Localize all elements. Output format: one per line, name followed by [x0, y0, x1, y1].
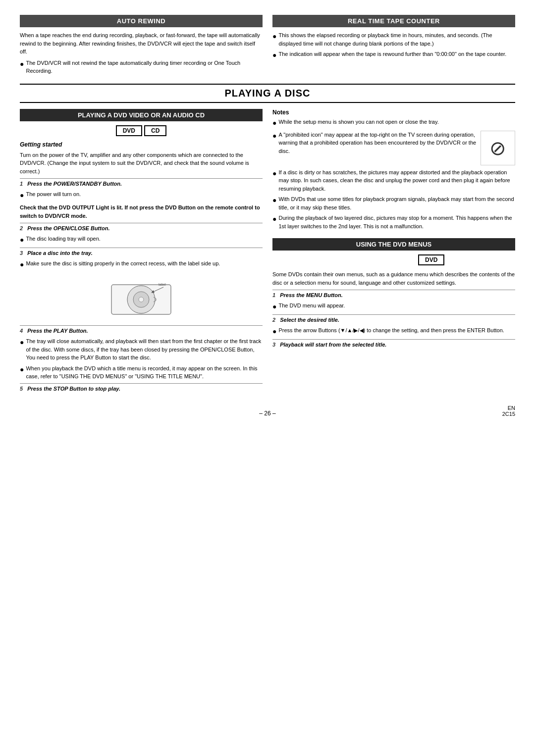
step4-number: 4 [20, 328, 23, 334]
dvd-menu-badge: DVD [418, 254, 444, 265]
note2-container: ⊘ ● A "prohibited icon" may appear at th… [272, 131, 515, 165]
menu-step3-number: 3 [272, 342, 275, 348]
menu-step2-number: 2 [272, 317, 275, 323]
step4-text: Press the PLAY Button. [27, 328, 88, 334]
step3-text: Place a disc into the tray. [27, 250, 93, 256]
step1-row: 1 Press the POWER/STANDBY Button. [20, 178, 263, 188]
bullet-icon: ● [272, 118, 276, 128]
prohibited-icon: ⊘ [489, 137, 506, 159]
note4: ● With DVDs that use some titles for pla… [272, 195, 515, 211]
step4-bullet1: ● The tray will close automatically, and… [20, 337, 263, 362]
bullet-icon: ● [272, 50, 276, 60]
bullet-icon: ● [272, 195, 276, 211]
menu-step3-text: Playback will start from the selected ti… [280, 342, 386, 348]
page-footer: – 26 – EN 2C15 [20, 410, 515, 417]
step1-number: 1 [20, 181, 23, 187]
using-dvd-menus-header: USING THE DVD MENUS [272, 238, 515, 251]
bullet-icon: ● [272, 168, 276, 193]
prohibited-icon-box: ⊘ [481, 131, 515, 165]
bullet-icon: ● [20, 190, 24, 201]
bullet-icon: ● [272, 31, 276, 48]
dvd-badge: DVD [116, 125, 142, 136]
dvd-menu-badges: DVD [272, 254, 515, 265]
dvd-intro: Turn on the power of the TV, amplifier a… [20, 151, 263, 176]
disc-illustration: label [20, 275, 263, 320]
step3-row: 3 Place a disc into the tray. [20, 248, 263, 257]
step2-bullet: ● The disc loading tray will open. [20, 235, 263, 245]
main-left-column: PLAYING A DVD VIDEO OR AN AUDIO CD DVD C… [20, 109, 263, 395]
svg-text:label: label [159, 283, 166, 286]
menu-step3-row: 3 Playback will start from the selected … [272, 339, 515, 349]
auto-rewind-header: AUTO REWIND [20, 15, 263, 27]
counter-bullet1: ● This shows the elapsed recording or pl… [272, 31, 515, 48]
counter-bullet2: ● The indication will appear when the ta… [272, 50, 515, 60]
dvd-output-warning: Check that the DVD OUTPUT Light is lit. … [20, 203, 263, 220]
step3-number: 3 [20, 250, 23, 256]
cd-badge: CD [144, 125, 166, 136]
svg-point-3 [139, 297, 144, 302]
bullet-icon: ● [20, 337, 24, 362]
disc-svg: label [109, 275, 173, 319]
page-number: – 26 – [259, 410, 275, 417]
bullet-icon: ● [272, 326, 276, 337]
step4-row: 4 Press the PLAY Button. [20, 325, 263, 335]
main-right-column: Notes ● While the setup menu is shown yo… [272, 109, 515, 395]
bullet-icon: ● [20, 235, 24, 245]
step4-bullet2: ● When you playback the DVD which a titl… [20, 364, 263, 381]
en-code: EN 2C15 [502, 405, 515, 417]
step3-bullet: ● Make sure the disc is sitting properly… [20, 259, 263, 270]
auto-rewind-body: When a tape reaches the end during recor… [20, 31, 263, 56]
menu-step2-bullet: ● Press the arrow Buttons (▼/▲/▶/◀) to c… [272, 326, 515, 337]
step2-row: 2 Press the OPEN/CLOSE Button. [20, 223, 263, 233]
auto-rewind-bullet1: ● The DVD/VCR will not rewind the tape a… [20, 59, 263, 75]
step5-row: 5 Press the STOP Button to stop play. [20, 383, 263, 393]
playing-disc-header: PLAYING A DISC [20, 84, 515, 103]
step1-text: Press the POWER/STANDBY Button. [27, 181, 122, 187]
menu-step1-row: 1 Press the MENU Button. [272, 290, 515, 300]
bullet-icon: ● [272, 302, 276, 312]
note1: ● While the setup menu is shown you can … [272, 118, 515, 128]
bullet-icon: ● [20, 364, 24, 381]
playing-dvd-header: PLAYING A DVD VIDEO OR AN AUDIO CD [20, 109, 263, 121]
auto-rewind-section: AUTO REWIND When a tape reaches the end … [20, 15, 263, 78]
note3: ● If a disc is dirty or has scratches, t… [272, 168, 515, 193]
step2-text: Press the OPEN/CLOSE Button. [27, 225, 109, 231]
note2: ● A "prohibited icon" may appear at the … [272, 131, 477, 155]
dvd-menus-intro: Some DVDs contain their own menus, such … [272, 270, 515, 287]
bullet-icon: ● [272, 131, 276, 155]
bullet-icon: ● [20, 259, 24, 270]
bullet-icon: ● [272, 214, 276, 230]
using-dvd-menus-section: USING THE DVD MENUS DVD Some DVDs contai… [272, 238, 515, 349]
dvd-cd-badges: DVD CD [20, 125, 263, 136]
notes-header: Notes [272, 109, 515, 116]
real-time-counter-section: REAL TIME TAPE COUNTER ● This shows the … [272, 15, 515, 78]
menu-step1-number: 1 [272, 292, 275, 298]
page-content: AUTO REWIND When a tape reaches the end … [20, 15, 515, 417]
main-content: PLAYING A DVD VIDEO OR AN AUDIO CD DVD C… [20, 109, 515, 395]
bullet-icon: ● [20, 59, 24, 75]
step5-number: 5 [20, 386, 23, 392]
step2-number: 2 [20, 225, 23, 231]
menu-step2-text: Select the desired title. [280, 317, 339, 323]
note5: ● During the playback of two layered dis… [272, 214, 515, 230]
step5-text: Press the STOP Button to stop play. [27, 386, 120, 392]
menu-step1-text: Press the MENU Button. [280, 292, 343, 298]
menu-step1-bullet: ● The DVD menu will appear. [272, 302, 515, 312]
top-row: AUTO REWIND When a tape reaches the end … [20, 15, 515, 78]
real-time-counter-header: REAL TIME TAPE COUNTER [272, 15, 515, 27]
getting-started-label: Getting started [20, 141, 263, 148]
step1-bullet: ● The power will turn on. [20, 190, 263, 201]
menu-step2-row: 2 Select the desired title. [272, 314, 515, 324]
